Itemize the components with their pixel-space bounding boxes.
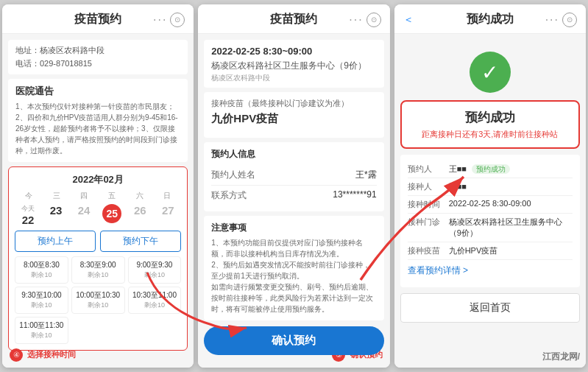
datetime: 2022-02-25 8:30~09:00 bbox=[211, 44, 376, 59]
slot-2[interactable]: 8:30至9:00剩余10 bbox=[71, 256, 125, 284]
info-title: 预约人信息 bbox=[211, 148, 376, 161]
panel2-header: 疫苗预约 ··· ⊙ bbox=[198, 4, 389, 34]
clinic-label: 接种门诊 bbox=[408, 217, 449, 228]
panel1-header-icon[interactable]: ⊙ bbox=[170, 13, 185, 27]
contact-row: 联系方式 13*******91 bbox=[211, 186, 376, 206]
location-sub: 杨凌区农科路中段 bbox=[211, 72, 376, 83]
slot-row-3: 11:00至11:30剩余10 bbox=[15, 317, 181, 344]
notice-section: 注意事项 1、本预约功能目前仅提供对应门诊预约接种名额，而非以接种机构当日库存情… bbox=[204, 216, 383, 320]
panel3-content: ✓ 预约成功 距离接种日还有3天,请准时前往接种站 预约人 王■■ 预约成功 接… bbox=[394, 34, 586, 368]
calendar-days: 今天 22 23 24 25 bbox=[15, 204, 181, 226]
panel-2: 疫苗预约 ··· ⊙ 2022-02-25 8:30~09:00 杨凌区农科路社… bbox=[198, 4, 389, 368]
slot-row-1: 8:00至8:30剩余10 8:30至9:00剩余10 9:00至9:30剩余1… bbox=[15, 256, 181, 284]
time-value: 2022-02-25 8:30-09:00 bbox=[449, 199, 573, 208]
slot-7[interactable]: 11:00至11:30剩余10 bbox=[15, 317, 68, 344]
clinic-row: 接种门诊 杨凌区农科路社区卫生服务中心（9价） bbox=[408, 214, 573, 242]
vaccine-section-label: 接种疫苗（最终接种以门诊建议为准） bbox=[211, 98, 376, 109]
notice-section-text: 1、本预约功能目前仅提供对应门诊预约接种名额，而非以接种机构当日库存情况为准。2… bbox=[211, 237, 376, 315]
info-section: 预约人信息 预约人姓名 王*露 联系方式 13*******91 bbox=[204, 142, 383, 211]
success-title: 预约成功 bbox=[411, 109, 570, 126]
confirm-button[interactable]: 确认预约 bbox=[204, 326, 383, 355]
vaccinator-value: 王■■ bbox=[449, 181, 573, 192]
name-value: 王*露 bbox=[355, 169, 377, 181]
notice-box: 医院通告 1、本次预约仅针对接种第一针疫苗的市民朋友；2、四价和九价HPV疫苗适… bbox=[8, 79, 188, 162]
panel-1: 疫苗预约 ··· ⊙ 地址：杨凌区农科路中段 电话：029-87018815 医… bbox=[2, 4, 194, 368]
contact-label: 联系方式 bbox=[211, 189, 247, 202]
location: 杨凌区农科路社区卫生服务中心（9价） bbox=[211, 59, 376, 72]
day-22[interactable]: 今天 22 bbox=[15, 204, 41, 226]
notice-section-title: 注意事项 bbox=[211, 222, 376, 234]
watermark: 江西龙网/ bbox=[542, 351, 580, 363]
notice-text: 1、本次预约仅针对接种第一针疫苗的市民朋友；2、四价和九价HPV疫苗适用人群分别… bbox=[15, 101, 180, 156]
time-slots: 8:00至8:30剩余10 8:30至9:00剩余10 9:00至9:30剩余1… bbox=[15, 256, 181, 344]
day-26[interactable]: 26 bbox=[127, 204, 153, 226]
afternoon-btn[interactable]: 预约下午 bbox=[100, 231, 181, 252]
weekday-3: 四 bbox=[70, 191, 98, 201]
detail-section: 预约人 王■■ 预约成功 接种人 王■■ 接种时间 2022-02-25 8:3… bbox=[400, 155, 580, 287]
panel3-title: 预约成功 bbox=[467, 12, 514, 27]
slot-1[interactable]: 8:00至8:30剩余10 bbox=[15, 256, 68, 284]
day-25-selected[interactable]: 25 bbox=[99, 204, 125, 226]
day-24[interactable]: 24 bbox=[71, 204, 97, 226]
panel3-dots: ··· bbox=[545, 13, 559, 27]
weekday-5: 六 bbox=[126, 191, 154, 201]
panel1-content: 地址：杨凌区农科路中段 电话：029-87018815 医院通告 1、本次预约仅… bbox=[2, 34, 194, 368]
contact-value: 13*******91 bbox=[333, 189, 376, 202]
panel1-header: 疫苗预约 ··· ⊙ bbox=[2, 4, 194, 34]
calendar-month: 2022年02月 bbox=[15, 173, 181, 186]
panel-3: ＜ 预约成功 ··· ⊙ ✓ 预约成功 距离接种日还有3天,请准时前往接种站 预… bbox=[394, 4, 586, 368]
calendar-box: 2022年02月 今 三 四 五 六 日 今天 22 23 bbox=[8, 166, 188, 351]
weekday-2: 三 bbox=[43, 191, 71, 201]
success-box: 预约成功 距离接种日还有3天,请准时前往接种站 bbox=[400, 100, 580, 149]
panel3-header: ＜ 预约成功 ··· ⊙ bbox=[394, 4, 586, 34]
calendar-weekdays: 今 三 四 五 六 日 bbox=[15, 191, 181, 201]
vaccine-label: 接种疫苗 bbox=[408, 245, 449, 256]
slot-5[interactable]: 10:00至10:30剩余10 bbox=[71, 287, 125, 314]
weekday-4: 五 bbox=[98, 191, 126, 201]
appointee-value: 王■■ 预约成功 bbox=[449, 164, 573, 175]
phone-text: 电话：029-87018815 bbox=[15, 57, 180, 71]
morning-btn[interactable]: 预约上午 bbox=[15, 231, 96, 252]
weekday-1: 今 bbox=[15, 191, 43, 201]
vaccine-section: 接种疫苗（最终接种以门诊建议为准） 九价HPV疫苗 bbox=[204, 92, 383, 138]
panel2-dots: ··· bbox=[349, 13, 363, 27]
panel3-header-icon[interactable]: ⊙ bbox=[562, 13, 577, 27]
appointee-row: 预约人 王■■ 预约成功 bbox=[408, 161, 573, 178]
detail-link[interactable]: 查看预约详情 > bbox=[408, 260, 573, 281]
appointee-badge: 预约成功 bbox=[472, 164, 510, 174]
vaccine-row: 接种疫苗 九价HPV疫苗 bbox=[408, 242, 573, 260]
notice-title: 医院通告 bbox=[15, 85, 180, 98]
time-row: 接种时间 2022-02-25 8:30-09:00 bbox=[408, 196, 573, 214]
home-button[interactable]: 返回首页 bbox=[400, 293, 580, 323]
weekday-6: 日 bbox=[154, 191, 182, 201]
time-label: 接种时间 bbox=[408, 199, 449, 210]
step4-text: 选择接种时间 bbox=[27, 350, 76, 359]
step4-label: ④ 选择接种时间 bbox=[10, 347, 76, 362]
time-buttons: 预约上午 预约下午 bbox=[15, 231, 181, 252]
clinic-value: 杨凌区农科路社区卫生服务中心（9价） bbox=[449, 217, 573, 239]
vaccinator-row: 接种人 王■■ bbox=[408, 178, 573, 196]
slot-4[interactable]: 9:30至10:00剩余10 bbox=[15, 287, 68, 314]
success-sub: 距离接种日还有3天,请准时前往接种站 bbox=[411, 129, 570, 140]
panel1-title: 疫苗预约 bbox=[74, 12, 121, 27]
appointee-label: 预约人 bbox=[408, 164, 449, 175]
name-label: 预约人姓名 bbox=[211, 169, 255, 181]
success-circle: ✓ bbox=[470, 52, 511, 93]
vaccinator-label: 接种人 bbox=[408, 181, 449, 192]
address-text: 地址：杨凌区农科路中段 bbox=[15, 44, 180, 57]
panel1-dots: ··· bbox=[153, 13, 167, 27]
step4-circle: ④ bbox=[10, 348, 23, 362]
panel3-back[interactable]: ＜ bbox=[403, 13, 414, 27]
day-23[interactable]: 23 bbox=[43, 204, 69, 226]
slot-row-2: 9:30至10:00剩余10 10:00至10:30剩余10 10:30至11:… bbox=[15, 287, 181, 314]
panel2-content: 2022-02-25 8:30~09:00 杨凌区农科路社区卫生服务中心（9价）… bbox=[198, 34, 389, 368]
day-27[interactable]: 27 bbox=[155, 204, 181, 226]
success-icon-area: ✓ bbox=[400, 40, 580, 100]
datetime-location: 2022-02-25 8:30~09:00 杨凌区农科路社区卫生服务中心（9价）… bbox=[204, 40, 383, 88]
panel2-title: 疫苗预约 bbox=[270, 12, 317, 27]
panel2-header-icon[interactable]: ⊙ bbox=[366, 13, 381, 27]
slot-6[interactable]: 10:30至11:00剩余10 bbox=[128, 287, 182, 314]
vaccine-value: 九价HPV疫苗 bbox=[449, 245, 573, 256]
slot-3[interactable]: 9:00至9:30剩余10 bbox=[128, 256, 182, 284]
address-info: 地址：杨凌区农科路中段 电话：029-87018815 bbox=[8, 40, 188, 74]
